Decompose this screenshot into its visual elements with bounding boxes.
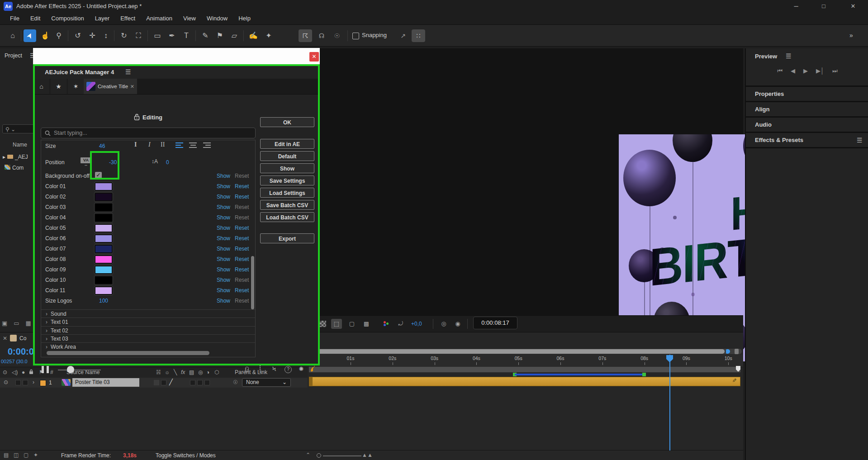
show-link[interactable]: Show: [217, 173, 230, 179]
region-of-interest-icon[interactable]: ⬚: [331, 319, 342, 329]
exposure-value[interactable]: +0,0: [411, 321, 422, 327]
color-swatch[interactable]: [95, 255, 113, 264]
default-button[interactable]: Default: [260, 151, 314, 161]
new-comp-icon[interactable]: ▦: [26, 320, 31, 327]
size-value[interactable]: 46: [99, 143, 105, 149]
render-queue-icon[interactable]: ▣: [2, 320, 7, 327]
show-link[interactable]: Show: [217, 246, 230, 252]
save-settings-button[interactable]: Save Settings: [260, 175, 314, 185]
layer-audio-toggle[interactable]: [15, 380, 21, 385]
select-region-icon[interactable]: [256, 365, 265, 373]
selection-tool-icon[interactable]: ➤: [24, 29, 36, 42]
quick-actions-icon[interactable]: Ϟ: [270, 365, 279, 373]
timeline-navigator-thumb[interactable]: [312, 349, 725, 354]
dialog-vertical-scrollbar[interactable]: [251, 256, 254, 309]
previous-frame-icon[interactable]: ◀: [791, 67, 795, 75]
close-button[interactable]: ✕: [843, 0, 863, 12]
project-panel-title[interactable]: Project: [5, 52, 22, 59]
favorites-tab-icon[interactable]: ★: [50, 79, 67, 94]
render-engine-icon[interactable]: ▤: [4, 452, 9, 458]
timeline-navigator-button[interactable]: [735, 349, 739, 354]
puppet-pin-tool-icon[interactable]: ✦: [262, 29, 275, 42]
pixel-aspect-icon[interactable]: ▩: [361, 319, 372, 329]
dolly-camera-tool-icon[interactable]: ↕: [100, 29, 112, 42]
show-link[interactable]: Show: [217, 225, 230, 231]
dialog-horizontal-scrollbar[interactable]: [47, 351, 209, 355]
type-tool-icon[interactable]: T: [180, 29, 193, 42]
brush-tool-icon[interactable]: ✎: [199, 29, 212, 42]
expander-sound[interactable]: ›Sound: [41, 309, 255, 318]
show-link[interactable]: Show: [217, 204, 230, 210]
color-swatch[interactable]: [95, 203, 113, 212]
bold-icon[interactable]: I: [134, 141, 137, 148]
load-batch-csv-button[interactable]: Load Batch CSV: [260, 212, 314, 222]
viewer-timecode[interactable]: 0:00:08:17: [473, 317, 517, 329]
home-tab-icon[interactable]: ⌂: [33, 79, 50, 94]
reset-link[interactable]: Reset: [235, 266, 249, 273]
ok-button[interactable]: OK: [260, 117, 314, 127]
color-swatch[interactable]: [95, 276, 113, 285]
comp-marker-icon[interactable]: ⌃: [306, 452, 310, 458]
title-action-safe-icon[interactable]: ▢: [346, 319, 357, 329]
pack-tab[interactable]: Creative Title ✕: [84, 79, 137, 94]
show-button[interactable]: Show: [260, 163, 314, 173]
snapshot-camera-icon[interactable]: ◎: [438, 319, 449, 329]
eraser-tool-icon[interactable]: ▱: [228, 29, 241, 42]
show-link[interactable]: Show: [217, 256, 230, 262]
color-swatch[interactable]: [95, 266, 113, 274]
aejuice-logo-icon[interactable]: [309, 365, 318, 373]
color-swatch[interactable]: [95, 193, 113, 201]
layer-visibility-icon[interactable]: ⊙: [4, 379, 8, 385]
timeline-zoom-track[interactable]: [323, 455, 361, 456]
maximize-button[interactable]: □: [813, 0, 834, 12]
expander-text-01[interactable]: ›Text 01: [41, 318, 255, 326]
preview-panel-menu-icon[interactable]: ☰: [786, 52, 792, 60]
pause-button[interactable]: [42, 366, 49, 373]
zoom-mountains-icon[interactable]: ▲▲: [362, 452, 373, 458]
properties-panel-header[interactable]: Properties: [746, 87, 868, 102]
audio-column-icon[interactable]: ◁): [12, 369, 18, 375]
show-link[interactable]: Show: [217, 266, 230, 273]
effects-presets-menu-icon[interactable]: ☰: [857, 137, 863, 144]
menu-composition[interactable]: Composition: [46, 15, 89, 22]
reset-link[interactable]: Reset: [235, 235, 249, 242]
dialog-title-bar[interactable]: [33, 48, 320, 65]
show-link[interactable]: Show: [217, 214, 230, 221]
load-settings-button[interactable]: Load Settings: [260, 188, 314, 198]
color-swatch[interactable]: [95, 182, 113, 191]
edit-in-ae-button[interactable]: Edit in AE: [260, 139, 314, 149]
pack-tab-close-icon[interactable]: ✕: [130, 84, 134, 90]
toggle-switches-modes-button[interactable]: Toggle Switches / Modes: [156, 452, 216, 459]
menu-view[interactable]: View: [178, 15, 201, 22]
timeline-ruler[interactable]: 01s02s03s04s05s06s07s08s09s10s: [309, 355, 743, 367]
preview-panel-title[interactable]: Preview: [755, 53, 777, 60]
play-icon[interactable]: ▶: [803, 67, 808, 75]
color-swatch[interactable]: [95, 224, 113, 232]
preview-slider-track[interactable]: [58, 370, 101, 370]
color-swatch[interactable]: [95, 234, 113, 243]
dialog-search-input[interactable]: Start typing...: [41, 128, 256, 138]
reset-link[interactable]: Reset: [235, 183, 249, 190]
pen-tool-icon[interactable]: ✒: [166, 29, 178, 42]
roto-brush-tool-icon[interactable]: ✍: [247, 29, 260, 42]
menu-help[interactable]: Help: [233, 15, 256, 22]
effects-presets-panel-header[interactable]: Effects & Presets ☰: [746, 133, 868, 148]
project-item-folder[interactable]: ▸_AEJ: [3, 152, 28, 161]
channel-rgb-icon[interactable]: [381, 319, 392, 329]
playhead-line[interactable]: [669, 355, 670, 451]
export-button[interactable]: Export: [260, 233, 314, 243]
ai-tools-tab-icon[interactable]: ✶: [67, 79, 85, 94]
background-checkbox[interactable]: ✓: [95, 172, 102, 179]
help-icon[interactable]: ?: [284, 365, 293, 373]
menu-file[interactable]: File: [5, 15, 25, 22]
play-in-panel-icon[interactable]: ▷: [242, 365, 251, 373]
preferences-icon[interactable]: ✦: [33, 452, 38, 458]
settings-gear-icon[interactable]: ✺: [297, 365, 306, 373]
project-item-comp[interactable]: Com: [3, 163, 24, 172]
close-tab-icon[interactable]: ✕: [3, 335, 7, 341]
reset-link[interactable]: Reset: [235, 256, 249, 262]
minimize-button[interactable]: ─: [786, 0, 806, 12]
last-frame-icon[interactable]: ⏭: [832, 67, 838, 75]
align-panel-header[interactable]: Align: [746, 102, 868, 118]
clone-stamp-tool-icon[interactable]: ⚑: [213, 29, 226, 42]
